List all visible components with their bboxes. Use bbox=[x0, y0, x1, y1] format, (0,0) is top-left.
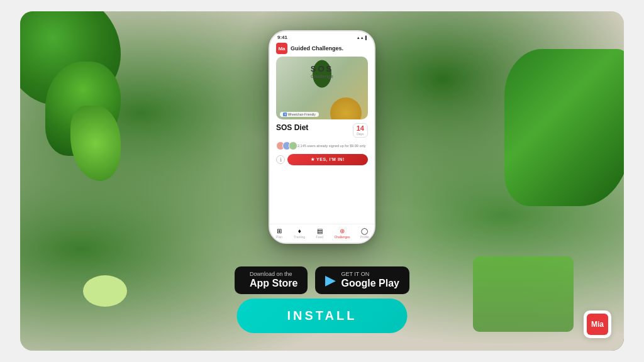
info-icon[interactable]: ℹ bbox=[276, 155, 285, 164]
store-buttons: Download on the App Store ▶ GET IT ON Go… bbox=[235, 266, 409, 294]
nav-feed[interactable]: ▤ Feed bbox=[315, 227, 324, 239]
nav-label-plan: Plan bbox=[276, 235, 282, 239]
nav-label-training: Training bbox=[294, 235, 305, 239]
phone-mockup: 9:41 ▲▲▐ Ma Guided Challenges. SOS Chall… bbox=[269, 30, 375, 244]
wheelchair-badge: ♿ Wheelchair-Friendly bbox=[280, 112, 319, 117]
challenge-info: SOS Diet 14 Days bbox=[270, 119, 374, 140]
training-icon: ♦ bbox=[295, 227, 304, 234]
profile-icon: ◯ bbox=[360, 227, 369, 234]
challenges-icon: ⊕ bbox=[338, 227, 347, 234]
avatar-3 bbox=[289, 141, 297, 150]
day-number: 14 bbox=[357, 125, 364, 132]
google-play-name: Google Play bbox=[341, 277, 399, 289]
user-count-text: 2,145 users already signed up for $9.99 … bbox=[297, 144, 368, 148]
app-store-text: Download on the App Store bbox=[250, 272, 297, 289]
challenge-subtitle: Challenge bbox=[276, 74, 368, 79]
nav-profile[interactable]: ◯ Profile bbox=[360, 227, 369, 239]
plan-icon: ⊞ bbox=[275, 227, 284, 234]
user-row: 2,145 users already signed up for $9.99 … bbox=[270, 140, 374, 151]
status-icons: ▲▲▐ bbox=[357, 36, 367, 40]
google-play-sub: GET IT ON bbox=[341, 272, 399, 277]
user-avatars bbox=[276, 141, 295, 150]
yes-im-in-button[interactable]: ★ YES, I'M IN! bbox=[287, 154, 368, 165]
phone-screen: 9:41 ▲▲▐ Ma Guided Challenges. SOS Chall… bbox=[269, 30, 375, 244]
status-time: 9:41 bbox=[277, 35, 287, 40]
mia-logo: Mia bbox=[587, 314, 608, 335]
phone-nav: ⊞ Plan ♦ Training ▤ Feed ⊕ Challenges ◯ bbox=[270, 224, 374, 243]
nav-label-profile: Profile bbox=[360, 235, 369, 239]
main-card: 9:41 ▲▲▐ Ma Guided Challenges. SOS Chall… bbox=[20, 11, 624, 351]
nav-challenges[interactable]: ⊕ Challenges bbox=[334, 227, 350, 239]
app-logo: Ma bbox=[276, 43, 287, 54]
app-store-sub: Download on the bbox=[250, 272, 297, 277]
challenge-image: SOS Challenge ♿ Wheelchair-Friendly bbox=[276, 57, 368, 119]
feed-icon: ▤ bbox=[315, 227, 324, 234]
cta-row: ℹ ★ YES, I'M IN! bbox=[270, 151, 374, 168]
google-play-text: GET IT ON Google Play bbox=[341, 272, 399, 289]
plate-icon bbox=[330, 97, 362, 119]
spinach-right-decor bbox=[504, 49, 624, 206]
avocado-inner-decor bbox=[83, 275, 127, 307]
app-store-button[interactable]: Download on the App Store bbox=[235, 266, 308, 294]
wheelchair-label: ♿ Wheelchair-Friendly bbox=[283, 112, 316, 116]
challenge-name: SOS Diet bbox=[276, 123, 308, 132]
nav-plan[interactable]: ⊞ Plan bbox=[275, 227, 284, 239]
nav-training[interactable]: ♦ Training bbox=[294, 227, 305, 239]
app-store-name: App Store bbox=[250, 277, 297, 289]
challenge-title: SOS bbox=[276, 64, 368, 74]
google-play-icon: ▶ bbox=[325, 273, 336, 287]
app-header: Ma Guided Challenges. bbox=[270, 41, 374, 57]
mia-badge: Mia bbox=[584, 310, 611, 338]
app-title: Guided Challenges. bbox=[291, 45, 343, 52]
nav-label-feed: Feed bbox=[316, 235, 323, 239]
google-play-button[interactable]: ▶ GET IT ON Google Play bbox=[315, 266, 409, 294]
day-badge: 14 Days bbox=[353, 123, 368, 138]
nav-label-challenges: Challenges bbox=[334, 235, 350, 239]
day-label: Days bbox=[357, 132, 364, 136]
install-button[interactable]: INSTALL bbox=[237, 299, 408, 333]
asparagus-decor bbox=[473, 256, 574, 332]
status-bar: 9:41 ▲▲▐ bbox=[270, 31, 374, 41]
